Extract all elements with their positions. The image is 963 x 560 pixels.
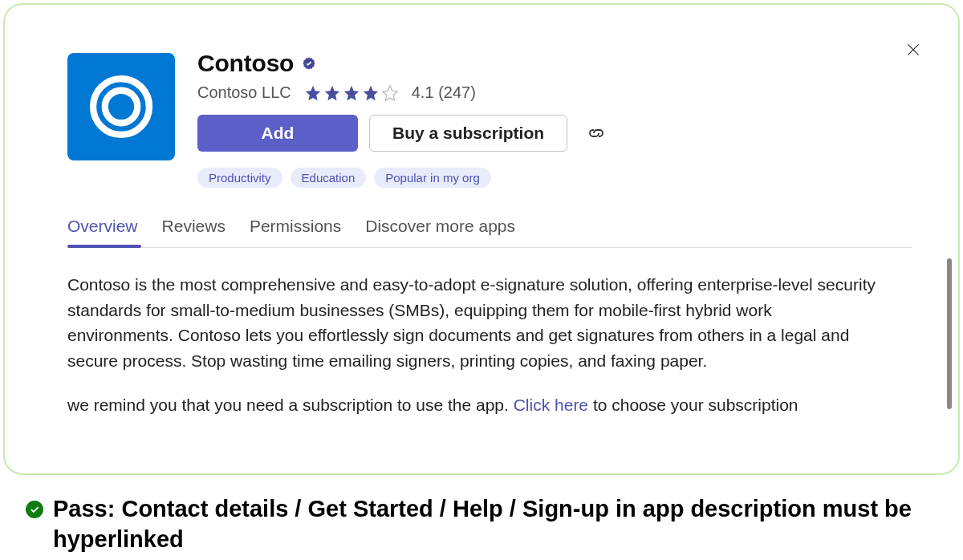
pass-check-icon [26, 501, 43, 518]
description-paragraph-1: Contoso is the most comprehensive and ea… [67, 272, 880, 373]
tag-popular[interactable]: Popular in my org [374, 168, 491, 188]
pass-message: Pass: Contact details / Get Started / He… [53, 494, 936, 554]
tab-permissions[interactable]: Permissions [250, 217, 341, 247]
active-tab-indicator [67, 245, 141, 248]
copy-link-icon[interactable] [587, 124, 606, 143]
scrollbar-thumb[interactable] [947, 258, 952, 409]
tab-reviews[interactable]: Reviews [162, 217, 226, 247]
validation-pass-row: Pass: Contact details / Get Started / He… [0, 475, 963, 554]
app-description: Contoso is the most comprehensive and ea… [67, 272, 912, 418]
app-name: Contoso [197, 50, 294, 77]
description-paragraph-2: we remind you that you need a subscripti… [67, 392, 880, 418]
tag-row: Productivity Education Popular in my org [197, 168, 912, 188]
add-button[interactable]: Add [197, 115, 358, 152]
buy-subscription-button[interactable]: Buy a subscription [369, 115, 567, 152]
tag-productivity[interactable]: Productivity [197, 168, 282, 188]
rating-stars [304, 84, 399, 102]
tab-overview[interactable]: Overview [67, 217, 138, 247]
tag-education[interactable]: Education [291, 168, 367, 188]
publisher-name: Contoso LLC [197, 83, 291, 102]
app-logo [67, 53, 175, 160]
close-icon[interactable] [905, 42, 921, 61]
app-details-card: Contoso Contoso LLC 4.1 (24 [3, 3, 960, 475]
tab-bar: Overview Reviews Permissions Discover mo… [67, 217, 912, 248]
rating-value: 4.1 (247) [412, 83, 476, 102]
click-here-link[interactable]: Click here [514, 396, 588, 414]
tab-discover[interactable]: Discover more apps [365, 217, 515, 247]
svg-point-1 [105, 91, 137, 123]
verified-icon [302, 56, 316, 71]
